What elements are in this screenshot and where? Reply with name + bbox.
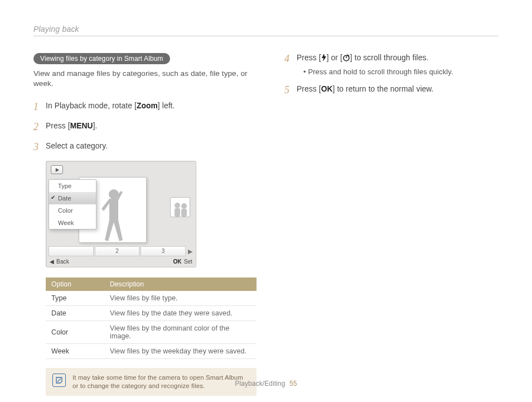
step-2: 2 Press [MENU]. bbox=[33, 121, 257, 133]
section-pill: Viewing files by category in Smart Album bbox=[33, 53, 170, 64]
step-number: 1 bbox=[33, 101, 46, 113]
svg-point-4 bbox=[181, 203, 187, 209]
table-row: ColorView files by the dominant color of… bbox=[46, 321, 257, 344]
th-description: Description bbox=[104, 277, 257, 291]
step-text: Press [] or [] to scroll through files. … bbox=[297, 53, 453, 76]
step-text: In Playback mode, rotate [Zoom] left. bbox=[46, 101, 175, 112]
table-row: DateView files by the date they were sav… bbox=[46, 306, 257, 321]
step-number: 2 bbox=[33, 121, 46, 133]
step-text: Press [MENU]. bbox=[46, 121, 98, 132]
step-number: 4 bbox=[284, 53, 297, 65]
page-number: 55 bbox=[289, 380, 297, 387]
svg-point-2 bbox=[175, 203, 180, 208]
category-dropdown: Type Date Color Week bbox=[49, 179, 96, 229]
svg-rect-3 bbox=[175, 208, 180, 217]
step-5: 5 Press [OK] to return to the normal vie… bbox=[284, 84, 499, 97]
mock-footer: ◀Back OKSet bbox=[50, 259, 192, 265]
svg-marker-6 bbox=[322, 54, 326, 61]
intro-text: View and manage files by categories, suc… bbox=[33, 69, 257, 89]
dd-item-color: Color bbox=[49, 204, 96, 217]
svg-rect-5 bbox=[181, 209, 187, 217]
svg-marker-0 bbox=[55, 168, 59, 172]
page-header: Playing back bbox=[33, 25, 499, 36]
dd-item-date: Date bbox=[49, 192, 96, 204]
chevron-right-icon: ▶ bbox=[187, 248, 194, 255]
step-1: 1 In Playback mode, rotate [Zoom] left. bbox=[33, 101, 257, 113]
footer-section: Playback/Editing bbox=[235, 380, 285, 387]
step-4: 4 Press [] or [] to scroll through files… bbox=[284, 53, 499, 76]
options-table: Option Description TypeView files by fil… bbox=[46, 277, 257, 359]
th-option: Option bbox=[46, 277, 104, 291]
dd-item-type: Type bbox=[49, 180, 96, 192]
table-row: WeekView files by the weekday they were … bbox=[46, 344, 257, 359]
dd-item-week: Week bbox=[49, 217, 96, 229]
timer-icon bbox=[342, 54, 350, 65]
camera-screen-mock: Type Date Color Week 2 3 ▶ ◀Back OKSet bbox=[46, 161, 196, 267]
table-row: TypeView files by file type. bbox=[46, 291, 257, 306]
triangle-left-icon: ◀ bbox=[50, 259, 54, 265]
step-3: 3 Select a category. bbox=[33, 141, 257, 154]
step-4-bullet: Press and hold to scroll through files q… bbox=[303, 67, 453, 77]
page-footer: Playback/Editing 55 bbox=[0, 380, 532, 387]
filmstrip: 2 3 ▶ bbox=[49, 246, 194, 256]
step-text: Press [OK] to return to the normal view. bbox=[297, 84, 434, 95]
play-mode-icon bbox=[51, 165, 63, 174]
thumbnail-next bbox=[170, 197, 190, 217]
step-number: 3 bbox=[33, 141, 46, 154]
step-number: 5 bbox=[284, 84, 297, 97]
flash-icon bbox=[321, 54, 327, 65]
step-text: Select a category. bbox=[46, 141, 108, 152]
